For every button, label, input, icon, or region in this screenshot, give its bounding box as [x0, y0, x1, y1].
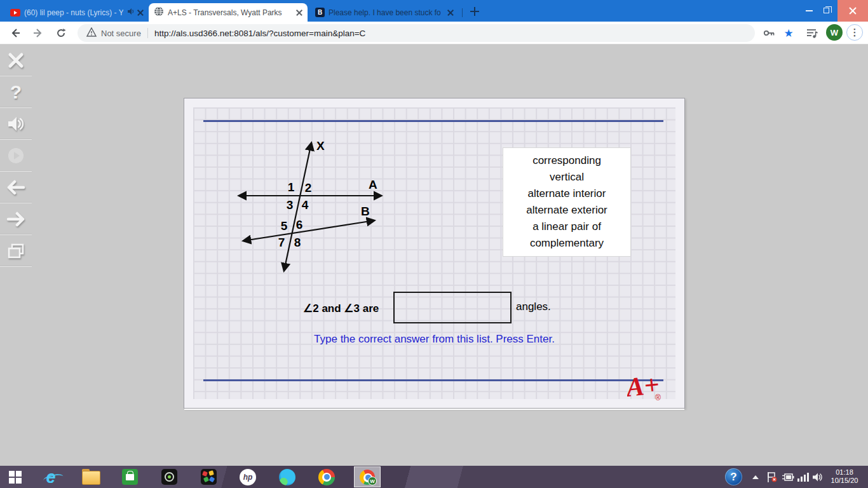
answer-option: alternate exterior [503, 202, 630, 219]
restore-button[interactable] [824, 8, 829, 13]
volume-icon[interactable] [811, 466, 825, 488]
profile-avatar[interactable]: W [826, 24, 843, 41]
sidebar-play-button [0, 140, 32, 172]
forward-icon[interactable] [31, 25, 46, 41]
angle-6: 6 [296, 218, 303, 231]
brainly-icon: B [315, 8, 325, 17]
youtube-icon [10, 9, 20, 17]
taskbar-ie-button[interactable]: e [39, 466, 62, 488]
address-bar[interactable]: Not secure http://als.usd366.net:8081/al… [78, 24, 755, 42]
tray-expand-caret[interactable] [750, 466, 761, 488]
answer-option: alternate interior [503, 186, 630, 202]
instruction-text: Type the correct answer from this list. … [193, 333, 675, 346]
label-a: A [369, 178, 377, 191]
sidebar-help-button[interactable]: ? [0, 76, 32, 108]
aplus-logo: A+ ® [627, 370, 665, 402]
answer-option: complementary [503, 235, 630, 252]
taskbar-hp-button[interactable]: hp [236, 466, 259, 488]
transversal-figure: X A B 1 2 3 4 5 6 7 8 [234, 135, 389, 281]
tab-brainly[interactable]: B Please help. I have been stuck fo [310, 3, 459, 22]
sidebar-windows-button[interactable] [0, 235, 32, 267]
globe-icon [154, 6, 164, 18]
chrome-icon [318, 469, 335, 485]
tab-audio-icon[interactable] [127, 8, 135, 17]
question-mark-icon: ? [10, 81, 22, 103]
question-suffix: angles. [516, 301, 551, 313]
action-center-flag-icon[interactable] [765, 466, 779, 488]
start-button[interactable] [4, 466, 27, 488]
help-tray-icon[interactable]: ? [725, 468, 742, 485]
close-tab-icon[interactable] [447, 10, 454, 16]
tab-title: Please help. I have been stuck fo [329, 8, 444, 17]
bottom-rule-line [203, 379, 663, 381]
profile-badge: W [368, 477, 377, 485]
tab-youtube[interactable]: (60) lil peep - nuts (Lyrics) - Y [5, 3, 149, 22]
tab-title: (60) lil peep - nuts (Lyrics) - Y [24, 8, 123, 17]
microsoft-store-icon [122, 469, 138, 485]
angle-4: 4 [302, 198, 309, 212]
tab-als-transversals[interactable]: A+LS - Transversals, Wyatt Parks [149, 3, 308, 22]
top-rule-line [203, 120, 663, 122]
answer-options-list: corresponding vertical alternate interio… [503, 147, 631, 257]
webcam-app-icon [161, 469, 177, 485]
answer-option: vertical [503, 169, 630, 186]
hp-logo-icon: hp [240, 469, 256, 485]
label-x: X [316, 139, 325, 152]
media-controls-icon[interactable] [804, 25, 820, 41]
file-explorer-icon [82, 471, 99, 484]
browser-toolbar: Not secure http://als.usd366.net:8081/al… [0, 22, 868, 44]
desktop-screen: (60) lil peep - nuts (Lyrics) - Y A+LS -… [0, 0, 868, 488]
angle-7: 7 [278, 236, 285, 249]
url-text[interactable]: http://als.usd366.net:8081/als/?customer… [154, 29, 365, 38]
close-tab-icon[interactable] [296, 10, 302, 16]
close-tab-icon[interactable] [137, 10, 144, 16]
play-icon [6, 146, 25, 165]
taskbar-store-button[interactable] [118, 466, 141, 488]
battery-icon[interactable] [780, 466, 796, 488]
angle-2: 2 [305, 181, 312, 194]
answer-option: a linear pair of [503, 219, 630, 235]
minimize-button[interactable] [806, 10, 813, 11]
taskbar-explorer-button[interactable] [79, 466, 102, 488]
close-window-button[interactable] [837, 0, 868, 22]
forward-arrow-icon [6, 212, 25, 227]
taskbar-chrome-active-button[interactable]: W [354, 466, 381, 487]
lesson-panel: X A B 1 2 3 4 5 6 7 8 corresponding vert… [184, 98, 685, 409]
photo-app-icon [201, 469, 217, 485]
browser-titlebar: (60) lil peep - nuts (Lyrics) - Y A+LS -… [0, 0, 868, 22]
answer-input[interactable] [393, 292, 512, 323]
windows-copy-icon [6, 242, 25, 260]
new-tab-button[interactable] [468, 5, 481, 18]
label-b: B [361, 205, 370, 218]
clock-time: 01:18 [824, 468, 865, 477]
sidebar-back-button[interactable] [0, 172, 32, 203]
reload-icon[interactable] [53, 25, 69, 41]
security-label[interactable]: Not secure [101, 29, 141, 38]
tab-separator [462, 8, 463, 17]
taskbar-edge-button[interactable] [276, 466, 299, 488]
sidebar-forward-button[interactable] [0, 203, 32, 235]
registered-mark: ® [655, 393, 661, 402]
browser-menu-icon[interactable]: ⋮ [846, 24, 863, 41]
internet-explorer-icon: e [46, 469, 55, 485]
als-sidebar: ? [0, 44, 32, 466]
clock-date: 10/15/20 [824, 477, 865, 485]
line-b [243, 220, 374, 241]
taskbar-youcam-button[interactable] [158, 466, 180, 488]
taskbar-photo-app-button[interactable] [197, 466, 220, 488]
question-prefix: ∠2 and ∠3 are [303, 302, 379, 315]
angle-5: 5 [281, 219, 288, 233]
bookmark-star-icon[interactable]: ★ [781, 25, 796, 41]
password-key-icon[interactable] [761, 25, 776, 41]
taskbar-chrome-button[interactable] [315, 466, 338, 488]
warning-triangle-icon[interactable] [86, 27, 97, 39]
network-signal-icon[interactable] [796, 466, 811, 488]
sidebar-audio-button[interactable] [0, 108, 32, 140]
angle-1: 1 [288, 180, 295, 194]
tray-clock[interactable]: 01:18 10/15/20 [824, 468, 865, 485]
back-icon[interactable] [8, 25, 23, 41]
answer-option: corresponding [503, 152, 630, 169]
omnibox-divider [147, 28, 148, 38]
sidebar-close-button[interactable] [0, 44, 32, 76]
tab-title: A+LS - Transversals, Wyatt Parks [168, 8, 292, 17]
